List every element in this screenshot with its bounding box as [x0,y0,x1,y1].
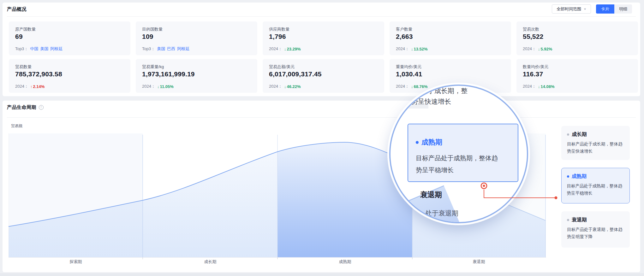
stat-label: 贸易总额/美元 [269,64,295,70]
stat-value: 1,796 [269,33,286,40]
stat-trend-row: 2024： ↓14.08% [523,84,555,89]
phase-label-mature: 成熟期 [339,259,351,265]
stat-top3-row: Top3： 美国 巴西 阿根廷 [142,46,189,52]
top3-link[interactable]: 美国 [157,46,165,52]
phase-label-growth: 成长期 [204,259,217,265]
year-prefix: 2024： [523,84,536,89]
phase-label-decline: 衰退期 [473,259,485,265]
info-icon[interactable]: ! [39,105,44,110]
stage-head: 衰退期 [567,217,625,223]
trend-pct: 46.22% [287,84,301,89]
chevron-down-icon: ∨ [584,7,586,10]
stat-label: 客户数量 [396,26,412,32]
trend-value: ↓13.52% [411,47,428,51]
stat-card-customers: 客户数量 2,663 2024： ↓13.52% [390,21,511,55]
trend-pct: 14.08% [540,84,554,89]
stage-desc: 目标产品处于成长期，整体趋势呈快速增长 [567,140,625,155]
trend-down-icon: ↓ [284,84,286,89]
overview-title: 产品概况 [7,6,27,12]
top3-prefix: Top3： [15,46,28,52]
stage-name: 成长期 [572,131,587,138]
year-prefix: 2024： [269,46,282,52]
stat-trend-row: 2024： ↓11.05% [142,84,174,89]
stat-value: 109 [142,33,153,40]
top3-prefix: Top3： [142,46,155,52]
lifecycle-title: 产品生命周期! [7,104,44,110]
magnified-decline-stage-name: 衰退期 [420,190,442,200]
trend-down-icon: ↓ [538,47,540,51]
trend-value: ↓11.05% [157,84,174,89]
stat-label: 重量均价/美元 [396,64,422,70]
year-prefix: 2024： [15,84,28,89]
stat-value: 1,030.41 [396,70,422,78]
stat-label: 贸易重量/kg [142,64,164,70]
year-prefix: 2024： [396,46,409,52]
stat-label: 贸易数量 [15,64,32,70]
trend-pct: 5.92% [540,47,552,51]
stat-label: 数量均价/美元 [523,64,549,70]
top3-link[interactable]: 美国 [40,46,48,52]
stage-desc: 目标产品处于成熟期，整体趋势呈平稳增长 [567,182,625,197]
top3-link[interactable]: 阿根廷 [50,46,63,52]
top3-link[interactable]: 阿根廷 [177,46,189,52]
view-toggle-card-button[interactable]: 卡片 [596,4,614,14]
stat-card-suppliers: 供应商数量 1,796 2024： ↓23.29% [263,21,384,55]
top3-link[interactable]: 巴西 [167,46,175,52]
trend-pct: 2.14% [33,84,45,89]
magnified-decline-text-fragment: 处于衰退期 [425,209,458,218]
stat-trend-row: 2024： ↓5.92% [523,46,552,52]
stage-name: 成熟期 [572,173,587,180]
stat-card-destination-countries: 目的国数量 109 Top3： 美国 巴西 阿根廷 [136,21,257,55]
stat-value: 55,522 [523,33,543,40]
year-prefix: 2024： [396,84,409,89]
lifecycle-divider [7,117,636,118]
stat-value: 6,017,009,317.45 [269,70,322,78]
stage-name: 衰退期 [572,217,587,223]
trend-down-icon: ↓ [411,84,413,89]
trend-down-icon: ↓ [157,84,159,89]
stat-card-origin-countries: 原产国数量 69 Top3： 中国 美国 阿根廷 [9,21,130,55]
trend-up-icon: ↑ [30,84,33,89]
stat-trend-row: 2024： ↓46.22% [269,84,301,89]
trend-value: ↓68.76% [411,84,428,89]
trend-pct: 11.05% [160,84,173,89]
stat-label: 贸易次数 [523,26,539,32]
dashboard-page: { "overview": { "title": "产品概况", "time_f… [0,0,644,276]
stage-card-growth[interactable]: 成长期 目标产品处于成长期，整体趋势呈快速增长 [561,126,630,160]
trend-value: ↓14.08% [538,84,555,89]
magnified-stage-desc-line: 目标产品处于成熟期，整体趋 [416,154,498,162]
stat-label: 原产国数量 [15,26,36,32]
stage-bullet-icon [567,133,569,136]
top3-link[interactable]: 中国 [30,46,38,52]
trend-value: ↓46.22% [284,84,301,89]
stat-label: 供应商数量 [269,26,289,32]
year-prefix: 2024： [269,84,282,89]
trend-pct: 68.76% [414,84,427,89]
trend-value: ↓5.92% [538,47,552,51]
stat-card-quantity-avg-price: 数量均价/美元 116.37 2024： ↓14.08% [516,59,638,93]
magnifier-lens: 品处于成长期，整 势呈快速增长 成熟期 目标产品处于成熟期，整体趋 势呈平稳增长… [389,85,528,223]
stat-value: 1,973,161,999.19 [142,70,195,78]
stage-head: 成熟期 [567,173,625,180]
stat-label: 目的国数量 [142,26,163,32]
trend-value: ↑2.14% [30,84,45,89]
magnified-mature-stage-card: 成熟期 目标产品处于成熟期，整体趋 势呈平稳增长 [408,124,518,182]
stat-value: 785,372,903.58 [15,70,62,78]
year-prefix: 2024： [523,46,536,52]
stage-card-decline[interactable]: 衰退期 目标产品处于衰退期，整体趋势呈明显下降 [561,211,630,248]
view-toggle-detail-button[interactable]: 明细 [614,4,632,14]
stat-card-trade-amount: 贸易总额/美元 6,017,009,317.45 2024： ↓46.22% [263,59,384,93]
trend-down-icon: ↓ [284,47,286,51]
magnified-stage-name: 成熟期 [421,138,442,147]
trend-down-icon: ↓ [411,47,413,51]
stat-trend-row: 2024： ↓13.52% [396,46,428,52]
stage-bullet-icon [567,219,569,221]
stat-card-trade-count: 贸易次数 55,522 2024： ↓5.92% [516,21,638,55]
time-range-dropdown[interactable]: 全部时间范围 ∨ [552,4,591,14]
lifecycle-title-text: 产品生命周期 [7,104,36,110]
magnified-stage-desc-line: 势呈平稳增长 [416,166,454,174]
magnified-growth-text-fragment: 势呈快速增长 [411,97,451,106]
overview-divider [7,16,636,17]
stage-card-mature[interactable]: 成熟期 目标产品处于成熟期，整体趋势呈平稳增长 [561,168,630,203]
stat-trend-row: 2024： ↑2.14% [15,84,45,89]
